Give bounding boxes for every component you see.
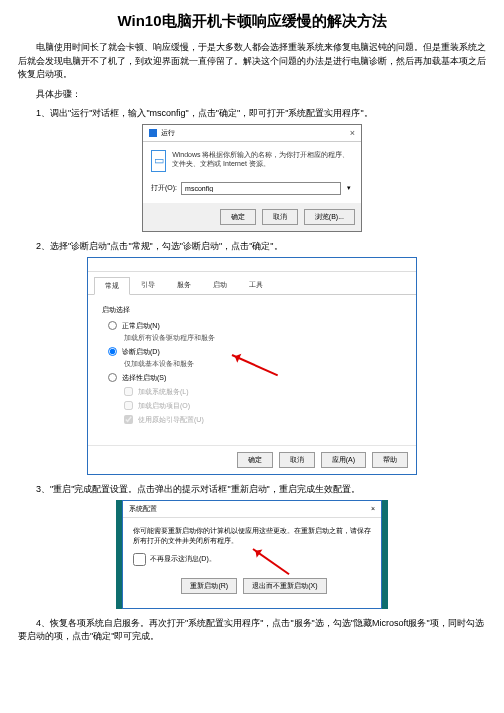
- sel-sub-1: 加载系统服务(L): [124, 387, 402, 397]
- restart-button[interactable]: 重新启动(R): [181, 578, 237, 594]
- step-3: 3、"重启"完成配置设置。点击弹出的提示对话框"重新启动"，重启完成生效配置。: [18, 483, 486, 496]
- sel-sub-2: 加载启动项目(O): [124, 401, 402, 411]
- browse-button[interactable]: 浏览(B)...: [304, 209, 355, 225]
- msconfig-titlebar: [88, 258, 416, 272]
- chk-startup-items: [124, 401, 133, 410]
- tab-startup[interactable]: 启动: [202, 276, 238, 294]
- restart-title: 系统配置: [129, 504, 157, 514]
- cancel-button[interactable]: 取消: [279, 452, 315, 468]
- startup-selection-label: 启动选择: [102, 305, 402, 315]
- run-icon: [149, 129, 157, 137]
- opt-normal-sub: 加载所有设备驱动程序和服务: [124, 333, 402, 343]
- opt-normal-label: 正常启动(N): [122, 321, 160, 331]
- exit-button[interactable]: 退出而不重新启动(X): [243, 578, 326, 594]
- step-4: 4、恢复各项系统自启服务。再次打开"系统配置实用程序"，点击"服务"选，勾选"隐…: [18, 617, 486, 643]
- intro-paragraph: 电脑使用时间长了就会卡顿、响应缓慢，于是大多数人都会选择重装系统来修复电脑迟钝的…: [18, 41, 486, 82]
- tab-bar: 常规 引导 服务 启动 工具: [88, 272, 416, 295]
- help-button[interactable]: 帮助: [372, 452, 408, 468]
- tab-boot[interactable]: 引导: [130, 276, 166, 294]
- close-icon[interactable]: ×: [371, 505, 375, 512]
- steps-label: 具体步骤：: [18, 88, 486, 101]
- tab-general[interactable]: 常规: [94, 277, 130, 295]
- sel-sub-3: 使用原始引导配置(U): [124, 415, 402, 425]
- dont-show-label: 不再显示这消息(D)。: [150, 554, 216, 565]
- opt-diag[interactable]: 诊断启动(D): [108, 347, 402, 357]
- opt-selective-label: 选择性启动(S): [122, 373, 166, 383]
- step-2: 2、选择"诊断启动"点击"常规"，勾选"诊断启动"，点击"确定"。: [18, 240, 486, 253]
- run-app-icon: ▭: [151, 150, 166, 172]
- sel-sub-3-label: 使用原始引导配置(U): [138, 415, 204, 425]
- page-title: Win10电脑开机卡顿响应缓慢的解决方法: [18, 12, 486, 31]
- ok-button[interactable]: 确定: [220, 209, 256, 225]
- opt-diag-label: 诊断启动(D): [122, 347, 160, 357]
- run-dialog: 运行 × ▭ Windows 将根据你所输入的名称，为你打开相应的程序、文件夹、…: [142, 124, 362, 232]
- close-icon[interactable]: ×: [350, 128, 355, 138]
- run-dialog-titlebar: 运行 ×: [143, 125, 361, 142]
- sel-sub-1-label: 加载系统服务(L): [138, 387, 189, 397]
- dont-show-checkbox[interactable]: [133, 553, 146, 566]
- radio-selective[interactable]: [108, 373, 117, 382]
- open-label: 打开(O):: [151, 183, 177, 193]
- step-1: 1、调出"运行"对话框，输入"msconfig"，点击"确定"，即可打开"系统配…: [18, 107, 486, 120]
- cancel-button[interactable]: 取消: [262, 209, 298, 225]
- run-dialog-title: 运行: [161, 128, 175, 138]
- tab-tools[interactable]: 工具: [238, 276, 274, 294]
- sel-sub-2-label: 加载启动项目(O): [138, 401, 190, 411]
- opt-normal[interactable]: 正常启动(N): [108, 321, 402, 331]
- radio-normal[interactable]: [108, 321, 117, 330]
- msconfig-dialog: 常规 引导 服务 启动 工具 启动选择 正常启动(N) 加载所有设备驱动程序和服…: [87, 257, 417, 475]
- tab-services[interactable]: 服务: [166, 276, 202, 294]
- restart-message: 你可能需要重新启动你的计算机以便应用这些更改。在重新启动之前，请保存所有打开的文…: [133, 526, 371, 547]
- chk-original-boot: [124, 415, 133, 424]
- ok-button[interactable]: 确定: [237, 452, 273, 468]
- open-input[interactable]: [181, 182, 341, 195]
- radio-diag[interactable]: [108, 347, 117, 356]
- restart-dialog: 系统配置 × 你可能需要重新启动你的计算机以便应用这些更改。在重新启动之前，请保…: [122, 500, 382, 609]
- dropdown-icon[interactable]: ▾: [345, 184, 353, 192]
- apply-button[interactable]: 应用(A): [321, 452, 366, 468]
- chk-sys-services: [124, 387, 133, 396]
- run-hint: Windows 将根据你所输入的名称，为你打开相应的程序、文件夹、文档或 Int…: [172, 150, 353, 172]
- opt-selective[interactable]: 选择性启动(S): [108, 373, 402, 383]
